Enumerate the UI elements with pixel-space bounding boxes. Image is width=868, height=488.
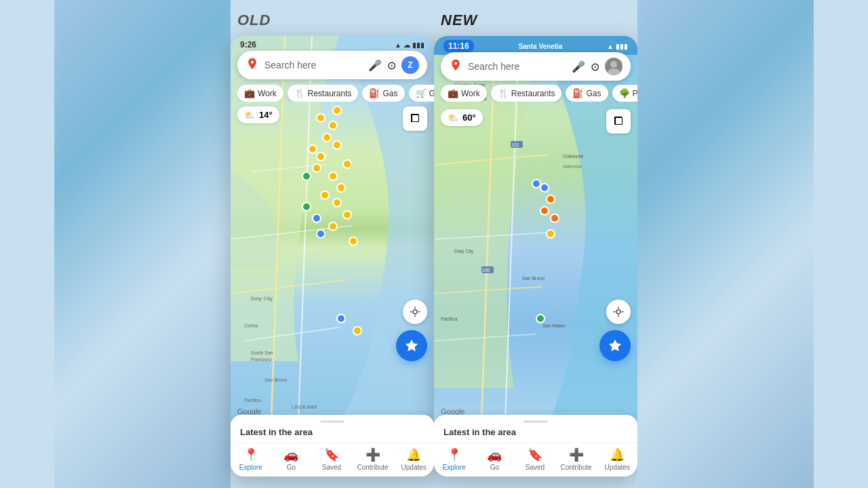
svg-text:Colma: Colma (244, 323, 258, 328)
new-chip-gas[interactable]: ⛽ Gas (566, 85, 608, 102)
new-avatar[interactable] (605, 58, 623, 75)
old-explore-label: Explore (239, 464, 262, 471)
old-gas-icon: ⛽ (369, 88, 380, 98)
svg-line-23 (434, 334, 536, 341)
new-phone-frame: Golden Gate National Recreation Area Oak… (434, 36, 637, 476)
old-mic-icon[interactable]: 🎤 (368, 59, 382, 72)
new-status-location: Santa Venetia (518, 43, 562, 50)
new-section: NEW Golden Gate Na (434, 12, 637, 476)
new-nav-updates[interactable]: 🔔 Updates (602, 447, 632, 471)
svg-point-43 (608, 68, 620, 75)
new-search-placeholder[interactable]: Search here (468, 61, 566, 72)
svg-text:LINDA MAR: LINDA MAR (292, 405, 317, 409)
new-weather-icon: ⛅ (448, 113, 458, 123)
old-weather-widget: ⛅ 14° (237, 106, 279, 123)
new-sheet-title: Latest in the area (434, 427, 637, 443)
old-updates-icon: 🔔 (406, 447, 421, 462)
svg-line-20 (434, 155, 549, 165)
new-nav-saved[interactable]: 🔖 Saved (520, 447, 550, 471)
new-go-icon: 🚗 (487, 447, 502, 462)
old-location-button[interactable] (403, 300, 427, 324)
new-weather-temp: 60° (462, 113, 476, 123)
old-search-placeholder[interactable]: Search here (264, 60, 363, 70)
old-nav-contribute[interactable]: ➕ Contribute (357, 447, 388, 471)
old-directions-fab[interactable] (396, 330, 427, 361)
old-nav-saved[interactable]: 🔖 Saved (317, 447, 347, 471)
new-search-bar[interactable]: Search here 🎤 ⊙ (441, 52, 631, 81)
new-parks-label: Parks (633, 89, 638, 98)
new-updates-icon: 🔔 (610, 447, 625, 462)
old-grocery-icon: 🛒 (416, 88, 427, 98)
new-gas-icon: ⛽ (572, 88, 583, 98)
new-nav-explore[interactable]: 📍 Explore (439, 447, 469, 471)
new-updates-label: Updates (605, 464, 630, 471)
old-search-icons: 🎤 ⊙ Z (368, 56, 419, 74)
new-saved-label: Saved (526, 464, 545, 471)
svg-point-42 (610, 61, 617, 68)
new-layer-button[interactable]: ⧠ (606, 109, 631, 134)
new-maps-logo (449, 58, 462, 75)
svg-text:San Bruno: San Bruno (264, 378, 287, 382)
old-search-bar[interactable]: Search here 🎤 ⊙ Z (237, 51, 427, 79)
new-mic-icon[interactable]: 🎤 (572, 60, 585, 73)
new-location-button[interactable] (606, 300, 631, 324)
svg-text:Oakland: Oakland (563, 153, 583, 159)
new-nav-go[interactable]: 🚗 Go (479, 447, 509, 471)
svg-text:Pacifica: Pacifica (441, 317, 458, 321)
new-status-icons: ▲▮▮▮ (607, 43, 628, 50)
new-restaurants-icon: 🍴 (498, 88, 509, 98)
svg-line-22 (434, 287, 542, 293)
old-nav-updates[interactable]: 🔔 Updates (399, 447, 429, 471)
new-saved-icon: 🔖 (528, 447, 542, 462)
old-sheet-handle (320, 420, 344, 423)
new-sheet-handle (524, 420, 548, 423)
svg-line-5 (251, 165, 326, 171)
new-chip-restaurants[interactable]: 🍴 Restaurants (491, 85, 562, 102)
old-nav-go[interactable]: 🚗 Go (276, 447, 306, 471)
old-gas-label: Gas (382, 89, 397, 98)
new-camera-icon[interactable]: ⊙ (591, 60, 599, 73)
svg-rect-33 (511, 141, 523, 148)
svg-point-41 (616, 310, 620, 314)
new-chip-work[interactable]: 💼 Work (441, 85, 487, 102)
new-status-time-badge: 11:16 (443, 40, 474, 52)
new-restaurants-label: Restaurants (511, 89, 555, 98)
old-maps-logo (245, 57, 259, 73)
old-go-icon: 🚗 (283, 447, 298, 462)
new-chip-parks[interactable]: 🌳 Parks (612, 85, 638, 102)
old-status-icons: ▲☁▮▮▮ (395, 41, 425, 49)
svg-text:South San: South San (251, 350, 273, 355)
svg-line-2 (231, 226, 353, 239)
new-label: NEW (441, 12, 477, 29)
new-bottom-nav: 📍 Explore 🚗 Go 🔖 Saved ➕ Contribute 🔔 (434, 443, 637, 476)
old-chip-work[interactable]: 💼 Work (237, 85, 283, 102)
old-layer-button[interactable]: ⧠ (403, 106, 427, 131)
old-updates-label: Updates (401, 464, 427, 471)
new-parks-icon: 🌳 (619, 88, 630, 98)
old-contribute-icon: ➕ (366, 447, 380, 462)
old-chip-restaurants[interactable]: 🍴 Restaurants (288, 85, 359, 102)
old-chips-bar: 💼 Work 🍴 Restaurants ⛽ Gas 🛒 Grocer... (237, 85, 434, 102)
old-phone-frame: Daly City Colma South San Francisco San … (231, 36, 434, 476)
new-contribute-label: Contribute (560, 464, 591, 471)
old-camera-icon[interactable]: ⊙ (387, 59, 396, 72)
old-saved-icon: 🔖 (324, 447, 339, 462)
old-explore-icon: 📍 (243, 447, 258, 462)
old-label: OLD (237, 12, 271, 29)
old-grocery-label: Grocer... (429, 89, 435, 98)
new-directions-fab[interactable] (599, 330, 631, 361)
svg-line-21 (434, 232, 549, 239)
old-chip-grocery[interactable]: 🛒 Grocer... (409, 85, 435, 102)
left-background-panel (54, 0, 231, 488)
new-explore-label: Explore (443, 464, 466, 471)
old-status-bar: 9:26 ▲☁▮▮▮ (231, 36, 434, 52)
old-restaurants-icon: 🍴 (294, 88, 305, 98)
old-nav-explore[interactable]: 📍 Explore (236, 447, 266, 471)
old-avatar[interactable]: Z (401, 56, 419, 74)
new-nav-contribute[interactable]: ➕ Contribute (560, 447, 591, 471)
old-bottom-nav: 📍 Explore 🚗 Go 🔖 Saved ➕ Contribute 🔔 (231, 443, 434, 476)
svg-text:Daly City: Daly City (251, 296, 273, 302)
svg-text:Daly City: Daly City (454, 249, 474, 254)
svg-point-17 (413, 310, 417, 314)
old-chip-gas[interactable]: ⛽ Gas (362, 85, 404, 102)
